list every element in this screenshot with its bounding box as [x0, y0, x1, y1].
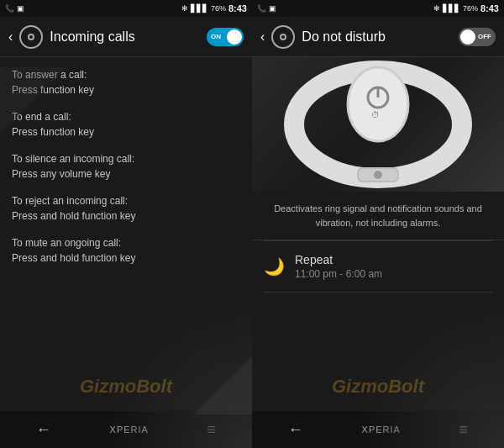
toggle-on-label: ON — [211, 33, 221, 40]
instruction-answer: To answer a call: Press function key — [12, 67, 240, 98]
left-bottom-bar: ← XPERIA ≡ — [0, 411, 252, 448]
bluetooth-icon: ✻ — [181, 4, 188, 13]
instruction-reject: To reject an incoming call: Press and ho… — [12, 193, 240, 224]
left-header-title: Incoming calls — [50, 29, 200, 45]
svg-point-1 — [348, 67, 408, 141]
silence-label: To silence an incoming call: — [12, 151, 240, 166]
svg-point-5 — [374, 171, 382, 179]
end-label: To end a call: — [12, 109, 240, 124]
repeat-title: Repeat — [295, 253, 382, 266]
left-back-button[interactable]: ← — [23, 414, 65, 445]
right-header-title: Do not disturb — [302, 29, 452, 45]
right-back-button[interactable]: ‹ — [260, 29, 265, 45]
right-signal-icon: ▋▋▋ — [443, 4, 460, 13]
instruction-end: To end a call: Press function key — [12, 109, 240, 140]
silence-action: Press any volume key — [12, 166, 240, 182]
toggle-off-label: OFF — [478, 33, 491, 40]
status-time: 8:43 — [228, 3, 247, 13]
right-phone-icon: 📞 — [257, 4, 266, 13]
right-bluetooth-icon: ✻ — [433, 4, 440, 13]
left-screen: 📞 ▣ ✻ ▋▋▋ 76% 8:43 ‹ Incoming calls ON T… — [0, 0, 252, 448]
dnd-icon-inner — [280, 34, 286, 40]
end-action: Press function key — [12, 124, 240, 140]
band-image-area: ⏱ — [252, 57, 504, 192]
reject-action: Press and hold function key — [12, 208, 240, 224]
left-header: ‹ Incoming calls ON — [0, 17, 252, 57]
battery-indicator: 76% — [211, 4, 226, 13]
status-left-icons: 📞 ▣ — [5, 4, 24, 13]
answer-label: To answer a call: — [12, 67, 240, 82]
right-status-bar: 📞 ▣ ✻ ▋▋▋ 76% 8:43 — [252, 0, 504, 17]
icon-inner — [28, 34, 34, 40]
repeat-info: Repeat 11:00 pm - 6:00 am — [295, 253, 382, 280]
right-battery: 76% — [463, 4, 478, 13]
left-menu-button[interactable]: ≡ — [194, 414, 230, 445]
right-screen: 📞 ▣ ✻ ▋▋▋ 76% 8:43 ‹ Do not disturb OFF — [252, 0, 504, 448]
instruction-mute: To mute an ongoing call: Press and hold … — [12, 235, 240, 266]
left-status-bar: 📞 ▣ ✻ ▋▋▋ 76% 8:43 — [0, 0, 252, 17]
right-spacer: GizmoBolt — [252, 293, 504, 411]
moon-icon: 🌙 — [264, 256, 285, 277]
dnd-toggle[interactable]: OFF — [459, 28, 496, 46]
answer-action: Press function key — [12, 82, 240, 98]
phone-header-icon — [19, 25, 43, 49]
mute-label: To mute an ongoing call: — [12, 235, 240, 250]
repeat-time: 11:00 pm - 6:00 am — [295, 268, 382, 280]
back-button[interactable]: ‹ — [8, 29, 13, 45]
phone-icon: 📞 — [5, 4, 14, 13]
right-header: ‹ Do not disturb OFF — [252, 17, 504, 57]
signal-icon: ▋▋▋ — [191, 4, 208, 13]
left-content: To answer a call: Press function key To … — [0, 57, 252, 411]
right-back-btn[interactable]: ← — [275, 414, 317, 445]
right-brand-label: XPERIA — [362, 424, 401, 435]
reject-label: To reject an incoming call: — [12, 193, 240, 208]
right-time: 8:43 — [480, 3, 499, 13]
right-bottom-bar: ← XPERIA ≡ — [252, 411, 504, 448]
dnd-header-icon — [271, 25, 295, 49]
incoming-calls-toggle[interactable]: ON — [207, 28, 244, 46]
notification-icon: ▣ — [17, 4, 24, 13]
mute-action: Press and hold function key — [12, 250, 240, 266]
svg-text:⏱: ⏱ — [371, 110, 380, 119]
instruction-silence: To silence an incoming call: Press any v… — [12, 151, 240, 182]
smartband-svg: ⏱ — [252, 57, 504, 192]
toggle-knob — [227, 29, 242, 45]
repeat-section[interactable]: 🌙 Repeat 11:00 pm - 6:00 am — [252, 241, 504, 292]
right-status-right: ✻ ▋▋▋ 76% 8:43 — [433, 3, 499, 13]
dnd-toggle-knob — [460, 29, 475, 45]
left-brand-label: XPERIA — [110, 424, 149, 435]
right-menu-button[interactable]: ≡ — [446, 414, 482, 445]
right-status-left: 📞 ▣ — [257, 4, 276, 13]
right-watermark: GizmoBolt — [332, 376, 424, 398]
dnd-description: Deactivates ring signal and notification… — [252, 192, 504, 240]
right-notification-icon: ▣ — [269, 4, 276, 13]
status-right-icons: ✻ ▋▋▋ 76% 8:43 — [181, 3, 247, 13]
